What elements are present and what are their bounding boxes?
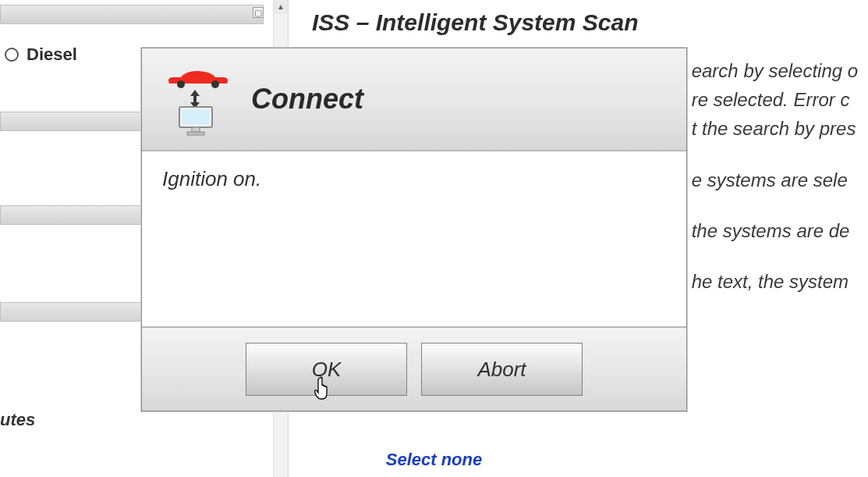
dialog-title: Connect — [251, 83, 363, 116]
radio-icon — [5, 48, 19, 62]
fuel-type-label: Diesel — [27, 44, 77, 65]
car-connect-icon — [158, 63, 229, 135]
collapse-toggle-icon[interactable]: ▢ — [253, 7, 264, 18]
text-fragment: the systems are de — [692, 220, 850, 241]
car-icon — [165, 68, 231, 91]
sync-arrow-icon — [192, 91, 198, 107]
sidebar-text-fragment: utes — [0, 410, 35, 430]
svg-rect-4 — [192, 127, 200, 132]
text-fragment: he text, the system — [692, 271, 849, 292]
text-fragment: earch by selecting o — [692, 60, 858, 81]
dialog-button-bar: OK Abort — [142, 326, 686, 411]
connect-dialog: Connect Ignition on. OK Abort — [141, 48, 687, 411]
dialog-header: Connect — [142, 48, 686, 151]
text-fragment: t the search by pres — [692, 118, 856, 139]
svg-point-0 — [177, 80, 185, 88]
ok-button[interactable]: OK — [246, 343, 407, 396]
svg-rect-5 — [187, 132, 204, 135]
abort-button[interactable]: Abort — [421, 343, 583, 396]
page-title: ISS – Intelligent System Scan — [312, 9, 868, 36]
monitor-icon — [178, 105, 214, 137]
sidebar-section-header[interactable] — [0, 5, 264, 24]
text-fragment: re selected. Error c — [692, 89, 850, 110]
dialog-body: Ignition on. — [142, 151, 686, 326]
select-none-link[interactable]: Select none — [0, 450, 868, 470]
dialog-message: Ignition on. — [162, 167, 261, 190]
svg-point-1 — [211, 80, 219, 88]
fuel-type-option[interactable]: Diesel — [5, 44, 77, 65]
svg-rect-3 — [182, 109, 210, 125]
scroll-up-arrow-icon[interactable]: ▲ — [274, 0, 288, 14]
text-fragment: e systems are sele — [692, 169, 848, 190]
